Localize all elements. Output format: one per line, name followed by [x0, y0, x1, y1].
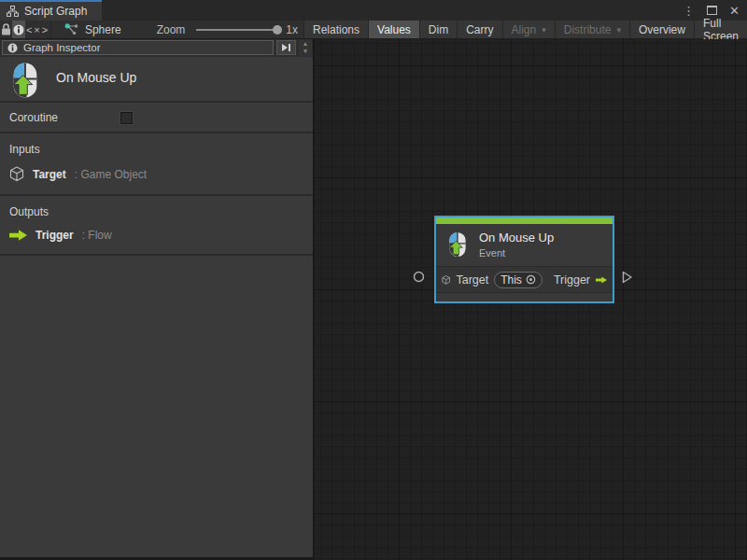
output-trigger-row: Trigger : Flow	[9, 229, 303, 242]
dock-panel-button[interactable]	[276, 40, 296, 55]
input-target-row: Target : Game Object	[9, 166, 303, 182]
zoom-control: Zoom 1x	[157, 21, 303, 38]
output-type: : Flow	[82, 229, 112, 242]
coroutine-label: Coroutine	[9, 111, 58, 124]
lock-icon	[1, 23, 11, 35]
trigger-port-label: Trigger	[554, 273, 590, 287]
dim-button[interactable]: Dim	[419, 21, 457, 38]
distribute-dropdown[interactable]: Distribute	[555, 21, 629, 38]
target-value: This	[500, 273, 522, 287]
inspector-node-header: On Mouse Up	[0, 57, 313, 103]
title-bar: Script Graph ⋮ ✕	[0, 0, 747, 21]
overview-button[interactable]: Overview	[629, 21, 694, 38]
input-name: Target	[33, 168, 66, 181]
inspector-node-title: On Mouse Up	[56, 70, 136, 85]
graph-inspector-title-box: Graph Inspector	[2, 40, 274, 55]
input-type: : Game Object	[75, 168, 147, 181]
on-mouse-up-icon	[445, 231, 470, 258]
align-dropdown[interactable]: Align	[502, 21, 555, 38]
toolbar-button-group: Relations Values Dim Carry Align Distrib…	[303, 21, 747, 38]
zoom-label: Zoom	[157, 23, 186, 36]
scroll-down-icon[interactable]: ▼	[303, 48, 308, 55]
graph-canvas[interactable]: On Mouse Up Event Target This Trigger	[315, 39, 747, 560]
coroutine-checkbox[interactable]	[120, 112, 133, 124]
zoom-slider[interactable]	[196, 29, 278, 31]
kebab-menu-icon[interactable]: ⋮	[683, 4, 695, 18]
zoom-value: 1x	[286, 23, 298, 36]
inputs-heading: Inputs	[9, 143, 303, 156]
panel-scroll-stepper[interactable]: ▲ ▼	[299, 40, 312, 56]
node-header[interactable]: On Mouse Up Event	[436, 224, 613, 266]
outputs-heading: Outputs	[9, 205, 303, 218]
info-icon	[7, 43, 18, 53]
graph-inspector-header: Graph Inspector ▲ ▼	[0, 39, 313, 57]
node-footer	[436, 293, 613, 301]
node-accent-bar	[436, 217, 613, 224]
unity-visual-scripting-window: Script Graph ⋮ ✕ <×>	[0, 0, 747, 560]
cube-icon	[9, 166, 24, 182]
node-title-block: On Mouse Up Event	[479, 231, 554, 259]
lock-button[interactable]	[0, 21, 12, 38]
graph-toolbar: <×> Sphere Zoom 1x Relations Values Dim …	[0, 21, 747, 39]
scroll-up-icon[interactable]: ▲	[303, 40, 308, 48]
close-icon[interactable]: ✕	[729, 4, 740, 18]
node-port-row: Target This Trigger	[436, 266, 613, 293]
output-name: Trigger	[35, 229, 74, 242]
flow-arrow-icon	[9, 230, 27, 241]
relations-button[interactable]: Relations	[303, 21, 368, 38]
on-mouse-up-node[interactable]: On Mouse Up Event Target This Trigger	[434, 216, 614, 303]
inputs-section: Inputs Target : Game Object	[0, 133, 313, 196]
graph-inspector-panel: Graph Inspector ▲ ▼ On Mouse Up	[0, 39, 314, 557]
info-icon	[13, 24, 24, 35]
script-graph-icon	[64, 23, 78, 35]
flow-arrow-icon	[596, 274, 607, 286]
target-picker-icon	[526, 274, 536, 285]
node-output-port[interactable]	[622, 271, 633, 284]
zoom-slider-thumb[interactable]	[273, 25, 282, 35]
node-title: On Mouse Up	[479, 231, 554, 245]
graph-inspector-title: Graph Inspector	[23, 42, 100, 53]
tab-script-graph[interactable]: Script Graph	[0, 0, 102, 21]
outputs-section: Outputs Trigger : Flow	[0, 196, 313, 256]
node-input-port[interactable]	[413, 271, 425, 283]
on-mouse-up-icon	[7, 62, 43, 99]
script-graph-tab-icon	[7, 6, 19, 17]
target-value-pill[interactable]: This	[494, 272, 543, 288]
graph-reference[interactable]: Sphere	[51, 21, 133, 38]
target-port-label: Target	[456, 273, 488, 287]
graph-name-label: Sphere	[85, 23, 121, 36]
coroutine-row: Coroutine	[0, 103, 313, 133]
code-view-button[interactable]: <×>	[25, 21, 51, 38]
carry-button[interactable]: Carry	[457, 21, 501, 38]
full-screen-button[interactable]: Full Screen	[694, 21, 747, 38]
maximize-icon[interactable]	[707, 6, 717, 15]
cube-icon	[442, 273, 450, 287]
node-subtitle: Event	[479, 247, 554, 259]
dock-right-icon	[281, 43, 291, 52]
inspector-toggle-button[interactable]	[12, 21, 24, 38]
tab-title: Script Graph	[24, 5, 87, 18]
values-button[interactable]: Values	[368, 21, 419, 38]
